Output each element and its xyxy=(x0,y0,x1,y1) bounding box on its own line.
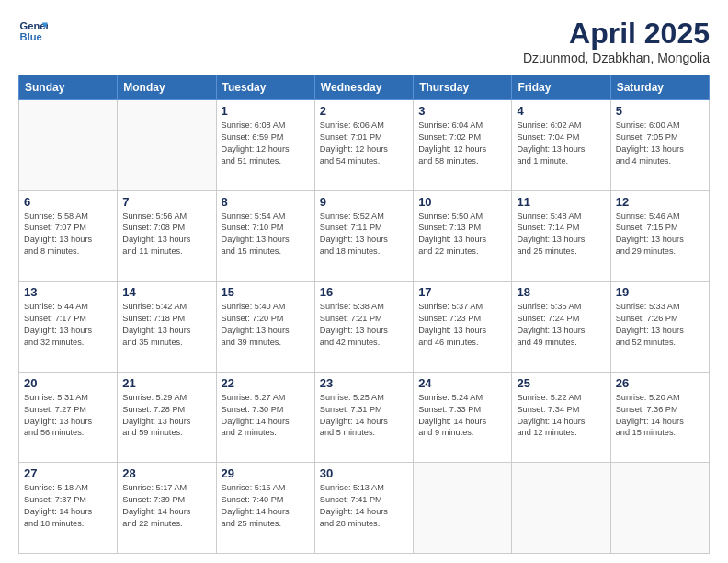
svg-text:General: General xyxy=(20,20,48,31)
calendar-cell: 12Sunrise: 5:46 AM Sunset: 7:15 PM Dayli… xyxy=(610,190,709,282)
calendar-cell: 17Sunrise: 5:37 AM Sunset: 7:23 PM Dayli… xyxy=(414,282,512,373)
day-number: 5 xyxy=(616,104,704,118)
day-number: 30 xyxy=(320,466,408,480)
day-number: 25 xyxy=(517,376,605,390)
calendar-cell xyxy=(512,463,610,554)
day-number: 6 xyxy=(24,195,112,209)
calendar-cell: 9Sunrise: 5:52 AM Sunset: 7:11 PM Daylig… xyxy=(314,190,413,282)
day-header-saturday: Saturday xyxy=(610,75,709,100)
calendar-cell: 14Sunrise: 5:42 AM Sunset: 7:18 PM Dayli… xyxy=(118,282,216,373)
day-info: Sunrise: 5:13 AM Sunset: 7:41 PM Dayligh… xyxy=(320,482,408,530)
calendar-week-row: 6Sunrise: 5:58 AM Sunset: 7:07 PM Daylig… xyxy=(19,190,710,282)
day-info: Sunrise: 6:06 AM Sunset: 7:01 PM Dayligh… xyxy=(320,120,408,167)
day-info: Sunrise: 5:20 AM Sunset: 7:36 PM Dayligh… xyxy=(616,392,704,440)
day-number: 13 xyxy=(24,285,112,299)
day-info: Sunrise: 6:00 AM Sunset: 7:05 PM Dayligh… xyxy=(616,120,704,167)
day-number: 17 xyxy=(418,285,506,299)
day-info: Sunrise: 5:35 AM Sunset: 7:24 PM Dayligh… xyxy=(517,301,605,349)
calendar-cell xyxy=(118,100,216,191)
day-number: 15 xyxy=(222,285,310,299)
page: General Blue April 2025 Dzuunmod, Dzabkh… xyxy=(0,0,728,563)
calendar-cell: 23Sunrise: 5:25 AM Sunset: 7:31 PM Dayli… xyxy=(314,372,413,463)
calendar-cell xyxy=(610,463,709,554)
calendar-cell: 13Sunrise: 5:44 AM Sunset: 7:17 PM Dayli… xyxy=(19,282,118,373)
day-header-monday: Monday xyxy=(118,75,216,100)
calendar-week-row: 1Sunrise: 6:08 AM Sunset: 6:59 PM Daylig… xyxy=(19,100,710,191)
calendar-cell: 27Sunrise: 5:18 AM Sunset: 7:37 PM Dayli… xyxy=(19,463,118,554)
calendar-cell: 30Sunrise: 5:13 AM Sunset: 7:41 PM Dayli… xyxy=(314,463,413,554)
day-header-sunday: Sunday xyxy=(19,75,118,100)
day-info: Sunrise: 5:22 AM Sunset: 7:34 PM Dayligh… xyxy=(517,392,605,440)
day-info: Sunrise: 5:42 AM Sunset: 7:18 PM Dayligh… xyxy=(122,301,210,349)
calendar-header-row: SundayMondayTuesdayWednesdayThursdayFrid… xyxy=(19,75,710,100)
day-header-wednesday: Wednesday xyxy=(314,75,413,100)
calendar-table: SundayMondayTuesdayWednesdayThursdayFrid… xyxy=(18,75,710,554)
day-info: Sunrise: 5:56 AM Sunset: 7:08 PM Dayligh… xyxy=(122,211,210,259)
day-info: Sunrise: 5:29 AM Sunset: 7:28 PM Dayligh… xyxy=(122,392,210,440)
day-number: 28 xyxy=(122,466,210,480)
day-number: 29 xyxy=(222,466,310,480)
day-info: Sunrise: 5:54 AM Sunset: 7:10 PM Dayligh… xyxy=(222,211,310,259)
calendar-cell: 22Sunrise: 5:27 AM Sunset: 7:30 PM Dayli… xyxy=(216,372,314,463)
day-info: Sunrise: 5:48 AM Sunset: 7:14 PM Dayligh… xyxy=(517,211,605,259)
day-info: Sunrise: 5:31 AM Sunset: 7:27 PM Dayligh… xyxy=(24,392,112,440)
calendar-cell: 16Sunrise: 5:38 AM Sunset: 7:21 PM Dayli… xyxy=(314,282,413,373)
day-number: 8 xyxy=(222,195,310,209)
day-info: Sunrise: 5:15 AM Sunset: 7:40 PM Dayligh… xyxy=(222,482,310,530)
day-info: Sunrise: 5:25 AM Sunset: 7:31 PM Dayligh… xyxy=(320,392,408,440)
day-number: 4 xyxy=(517,104,605,118)
day-number: 20 xyxy=(24,376,112,390)
day-info: Sunrise: 5:18 AM Sunset: 7:37 PM Dayligh… xyxy=(24,482,112,530)
calendar-cell: 26Sunrise: 5:20 AM Sunset: 7:36 PM Dayli… xyxy=(610,372,709,463)
calendar-cell: 5Sunrise: 6:00 AM Sunset: 7:05 PM Daylig… xyxy=(610,100,709,191)
svg-text:Blue: Blue xyxy=(20,31,42,42)
month-title: April 2025 xyxy=(523,17,710,51)
calendar-cell xyxy=(414,463,512,554)
calendar-week-row: 27Sunrise: 5:18 AM Sunset: 7:37 PM Dayli… xyxy=(19,463,710,554)
day-number: 2 xyxy=(320,104,408,118)
day-info: Sunrise: 5:52 AM Sunset: 7:11 PM Dayligh… xyxy=(320,211,408,259)
day-number: 19 xyxy=(616,285,704,299)
day-info: Sunrise: 5:33 AM Sunset: 7:26 PM Dayligh… xyxy=(616,301,704,349)
day-number: 1 xyxy=(222,104,310,118)
calendar-cell: 18Sunrise: 5:35 AM Sunset: 7:24 PM Dayli… xyxy=(512,282,610,373)
day-number: 9 xyxy=(320,195,408,209)
day-info: Sunrise: 5:37 AM Sunset: 7:23 PM Dayligh… xyxy=(418,301,506,349)
calendar-cell: 6Sunrise: 5:58 AM Sunset: 7:07 PM Daylig… xyxy=(19,190,118,282)
day-number: 22 xyxy=(222,376,310,390)
day-header-friday: Friday xyxy=(512,75,610,100)
day-info: Sunrise: 6:04 AM Sunset: 7:02 PM Dayligh… xyxy=(418,120,506,167)
day-info: Sunrise: 5:44 AM Sunset: 7:17 PM Dayligh… xyxy=(24,301,112,349)
day-number: 12 xyxy=(616,195,704,209)
logo: General Blue xyxy=(18,17,48,46)
calendar-cell: 3Sunrise: 6:04 AM Sunset: 7:02 PM Daylig… xyxy=(414,100,512,191)
day-info: Sunrise: 5:17 AM Sunset: 7:39 PM Dayligh… xyxy=(122,482,210,530)
calendar-cell: 8Sunrise: 5:54 AM Sunset: 7:10 PM Daylig… xyxy=(216,190,314,282)
day-number: 24 xyxy=(418,376,506,390)
day-info: Sunrise: 5:58 AM Sunset: 7:07 PM Dayligh… xyxy=(24,211,112,259)
calendar-cell: 20Sunrise: 5:31 AM Sunset: 7:27 PM Dayli… xyxy=(19,372,118,463)
header: General Blue April 2025 Dzuunmod, Dzabkh… xyxy=(18,17,710,65)
day-number: 21 xyxy=(122,376,210,390)
day-number: 10 xyxy=(418,195,506,209)
calendar-cell: 4Sunrise: 6:02 AM Sunset: 7:04 PM Daylig… xyxy=(512,100,610,191)
calendar-cell: 10Sunrise: 5:50 AM Sunset: 7:13 PM Dayli… xyxy=(414,190,512,282)
calendar-cell xyxy=(19,100,118,191)
day-number: 11 xyxy=(517,195,605,209)
day-number: 14 xyxy=(122,285,210,299)
day-number: 3 xyxy=(418,104,506,118)
day-header-thursday: Thursday xyxy=(414,75,512,100)
day-info: Sunrise: 5:38 AM Sunset: 7:21 PM Dayligh… xyxy=(320,301,408,349)
calendar-cell: 11Sunrise: 5:48 AM Sunset: 7:14 PM Dayli… xyxy=(512,190,610,282)
logo-icon: General Blue xyxy=(18,17,48,46)
calendar-cell: 1Sunrise: 6:08 AM Sunset: 6:59 PM Daylig… xyxy=(216,100,314,191)
location: Dzuunmod, Dzabkhan, Mongolia xyxy=(523,51,710,65)
day-number: 16 xyxy=(320,285,408,299)
calendar-cell: 24Sunrise: 5:24 AM Sunset: 7:33 PM Dayli… xyxy=(414,372,512,463)
calendar-cell: 15Sunrise: 5:40 AM Sunset: 7:20 PM Dayli… xyxy=(216,282,314,373)
day-info: Sunrise: 6:08 AM Sunset: 6:59 PM Dayligh… xyxy=(222,120,310,167)
calendar-cell: 2Sunrise: 6:06 AM Sunset: 7:01 PM Daylig… xyxy=(314,100,413,191)
calendar-cell: 19Sunrise: 5:33 AM Sunset: 7:26 PM Dayli… xyxy=(610,282,709,373)
calendar-cell: 28Sunrise: 5:17 AM Sunset: 7:39 PM Dayli… xyxy=(118,463,216,554)
day-number: 27 xyxy=(24,466,112,480)
